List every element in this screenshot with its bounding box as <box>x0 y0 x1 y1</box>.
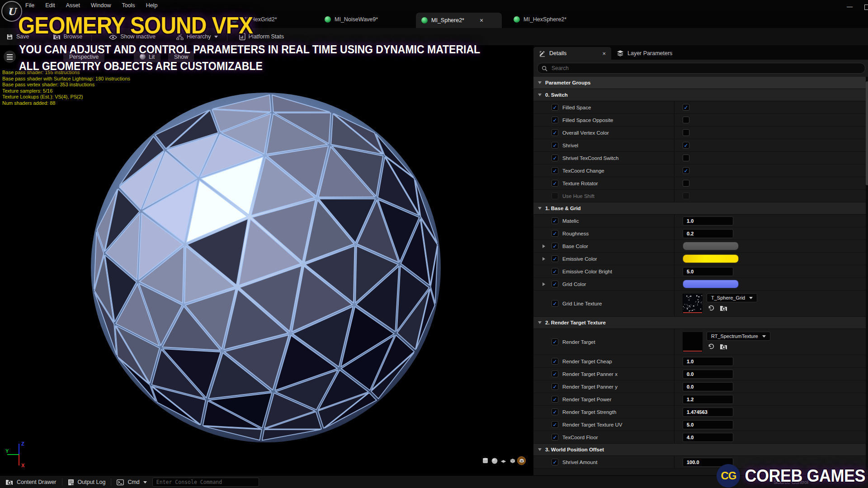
emissive-color-bright-value-field[interactable]: 5.0 <box>683 267 733 276</box>
expand-arrow-icon[interactable] <box>542 282 545 286</box>
texcoord-change-override-checkbox[interactable]: ✓ <box>552 167 558 174</box>
browse-to-asset-button[interactable] <box>720 343 727 352</box>
material-preview-viewport[interactable]: Perspective Lit Show Base pass shader: 1… <box>0 45 533 475</box>
viewport-menu-button[interactable] <box>4 51 16 63</box>
show-dropdown[interactable]: Show <box>168 51 194 62</box>
preview-shape-sphere[interactable] <box>491 457 498 465</box>
hierarchy-button[interactable]: Hierarchy <box>174 30 221 43</box>
section-header[interactable]: 1. Base & Grid <box>533 202 868 215</box>
lit-mode-dropdown[interactable]: Lit <box>134 51 160 62</box>
search-input[interactable] <box>551 65 861 72</box>
tab-details[interactable]: Details × <box>533 47 611 60</box>
grid-line-texture-override-checkbox[interactable]: ✓ <box>552 300 558 307</box>
grid-color-color-swatch[interactable] <box>683 280 739 288</box>
texture-rotator-override-checkbox[interactable]: ✓ <box>552 180 558 187</box>
grid-line-texture-asset-dropdown[interactable]: T_Sphere_Grid <box>707 293 757 302</box>
use-selected-asset-button[interactable] <box>708 343 715 352</box>
unreal-engine-logo-icon[interactable]: U <box>1 1 22 22</box>
menu-asset[interactable]: Asset <box>61 2 85 9</box>
menu-file[interactable]: File <box>20 2 40 9</box>
filled-space-opposite-value-checkbox[interactable] <box>683 117 689 123</box>
tab-close-icon[interactable]: × <box>480 17 483 24</box>
render-target-panner-x-override-checkbox[interactable]: ✓ <box>552 371 558 377</box>
render-target-texture-thumbnail[interactable] <box>683 332 703 352</box>
minimize-button[interactable]: — <box>847 3 853 10</box>
emissive-color-bright-override-checkbox[interactable]: ✓ <box>552 268 558 275</box>
menu-window[interactable]: Window <box>85 2 116 9</box>
render-target-texture-uv-override-checkbox[interactable]: ✓ <box>552 421 558 428</box>
tab-mi-noisewave9[interactable]: MI_NoiseWave9* <box>319 11 383 28</box>
texcoord-change-value-checkbox[interactable]: ✓ <box>683 167 689 174</box>
render-target-panner-y-value-field[interactable]: 0.0 <box>683 382 733 391</box>
overall-vertex-color-value-checkbox[interactable] <box>683 129 689 136</box>
preview-shape-cube[interactable] <box>509 457 516 465</box>
preview-shape-custom-mesh[interactable] <box>518 457 525 465</box>
tab-mi-hexsphere2[interactable]: MI_HexSphere2* <box>508 11 572 28</box>
perspective-dropdown[interactable]: Perspective <box>63 51 104 62</box>
scrollbar-thumb[interactable] <box>866 81 868 185</box>
render-target-power-override-checkbox[interactable]: ✓ <box>552 396 558 403</box>
render-target-texture-uv-value-field[interactable]: 5.0 <box>683 420 733 429</box>
texture-rotator-value-checkbox[interactable] <box>683 180 689 187</box>
texcoord-floor-override-checkbox[interactable]: ✓ <box>552 434 558 441</box>
output-log-button[interactable]: Output Log <box>62 476 111 488</box>
render-target-power-value-field[interactable]: 1.2 <box>683 395 733 404</box>
tab-mi-hexgrid2[interactable]: MI_HexGrid2* <box>226 11 283 28</box>
maximize-button[interactable] <box>864 5 868 10</box>
shrivel-override-checkbox[interactable]: ✓ <box>552 142 558 149</box>
platform-stats-button[interactable]: Platform Stats <box>236 30 287 43</box>
parameter-groups-header[interactable]: Parameter Groups <box>533 77 868 89</box>
preview-shape-plane[interactable] <box>500 457 507 465</box>
emissive-color-override-checkbox[interactable]: ✓ <box>552 255 558 262</box>
section-header[interactable]: 2. Render Target Texture <box>533 317 868 329</box>
content-drawer-button[interactable]: Content Drawer <box>0 476 62 488</box>
filled-space-override-checkbox[interactable]: ✓ <box>552 104 558 111</box>
render-target-strength-override-checkbox[interactable]: ✓ <box>552 408 558 415</box>
shrivel-value-checkbox[interactable]: ✓ <box>683 142 689 149</box>
menu-edit[interactable]: Edit <box>40 2 61 9</box>
base-color-color-swatch[interactable] <box>683 242 739 250</box>
shrivel-texcoord-switch-override-checkbox[interactable]: ✓ <box>552 155 558 161</box>
emissive-color-color-swatch[interactable] <box>683 254 739 263</box>
cmd-dropdown[interactable]: Cmd <box>111 476 152 488</box>
grid-line-texture-texture-thumbnail[interactable] <box>683 294 703 314</box>
preview-shape-cylinder[interactable] <box>481 457 489 465</box>
menu-help[interactable]: Help <box>141 2 163 9</box>
grid-color-override-checkbox[interactable]: ✓ <box>552 281 558 287</box>
use-hue-shift-override-checkbox[interactable] <box>552 192 558 199</box>
roughness-value-field[interactable]: 0.2 <box>683 229 733 238</box>
section-header[interactable]: 0. Switch <box>533 89 868 101</box>
render-target-cheap-value-field[interactable]: 1.0 <box>683 357 733 366</box>
save-button[interactable]: Save <box>4 30 32 43</box>
shrivel-texcoord-switch-value-checkbox[interactable] <box>683 155 689 161</box>
texcoord-floor-value-field[interactable]: 4.0 <box>683 433 733 442</box>
viewport-canvas[interactable] <box>0 45 533 475</box>
menu-tools[interactable]: Tools <box>116 2 140 9</box>
render-target-strength-value-field[interactable]: 1.474563 <box>683 408 733 417</box>
section-header[interactable]: 3. World Position Offset <box>533 444 868 456</box>
tab-close-icon[interactable]: × <box>602 50 606 57</box>
expand-arrow-icon[interactable] <box>542 257 545 261</box>
tab-layer-parameters[interactable]: Layer Parameters <box>611 47 678 60</box>
matelic-override-checkbox[interactable]: ✓ <box>552 217 558 224</box>
use-hue-shift-value-checkbox[interactable] <box>683 192 689 199</box>
render-target-asset-dropdown[interactable]: RT_SpectrumTexture <box>707 332 770 341</box>
use-selected-asset-button[interactable] <box>708 305 715 314</box>
shrivel-amount-override-checkbox[interactable]: ✓ <box>552 459 558 465</box>
search-box[interactable] <box>537 63 865 74</box>
browse-to-asset-button[interactable] <box>720 305 727 314</box>
render-target-override-checkbox[interactable]: ✓ <box>552 338 558 345</box>
base-color-override-checkbox[interactable]: ✓ <box>552 243 558 249</box>
console-command-input[interactable] <box>152 478 259 487</box>
roughness-override-checkbox[interactable]: ✓ <box>552 230 558 237</box>
show-inactive-button[interactable]: Show Inactive <box>106 30 158 43</box>
matelic-value-field[interactable]: 1.0 <box>683 216 733 225</box>
details-scrollbar[interactable] <box>866 77 868 470</box>
render-target-cheap-override-checkbox[interactable]: ✓ <box>552 358 558 365</box>
render-target-panner-y-override-checkbox[interactable]: ✓ <box>552 383 558 390</box>
filled-space-value-checkbox[interactable]: ✓ <box>683 104 689 111</box>
tab-mi-sphere2[interactable]: MI_Sphere2* × <box>416 13 502 28</box>
expand-arrow-icon[interactable] <box>542 244 545 248</box>
filled-space-opposite-override-checkbox[interactable]: ✓ <box>552 117 558 123</box>
overall-vertex-color-override-checkbox[interactable]: ✓ <box>552 129 558 136</box>
